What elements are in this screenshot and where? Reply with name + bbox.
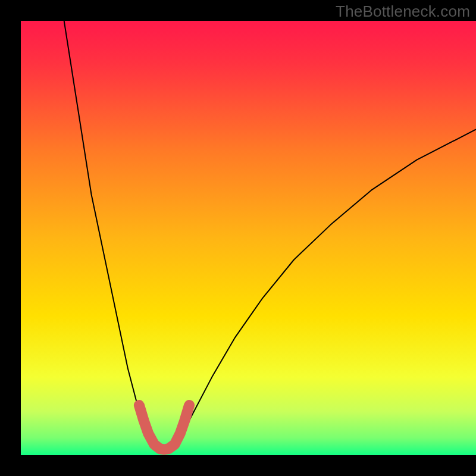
plot-background xyxy=(21,21,476,455)
plot-area xyxy=(21,21,476,455)
plot-svg xyxy=(21,21,476,455)
chart-container: TheBottleneck.com xyxy=(0,0,476,476)
attribution-text: TheBottleneck.com xyxy=(336,2,470,21)
